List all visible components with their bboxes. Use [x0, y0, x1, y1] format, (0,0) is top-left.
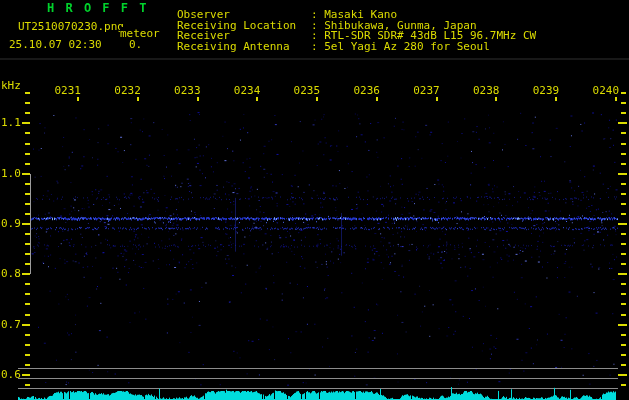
x-axis-tick: [376, 97, 378, 101]
y-axis-tick: [25, 203, 30, 205]
y-axis-tick-right: [621, 183, 626, 185]
x-axis-tick-label: 0234: [232, 84, 260, 97]
hrofft-window: H R O F F T UT2510070230.png meteor 25.1…: [0, 0, 629, 400]
y-axis-tick-right: [618, 374, 627, 376]
y-axis-tick: [25, 384, 30, 386]
x-axis-tick: [316, 97, 318, 101]
y-axis-tick-right: [621, 303, 626, 305]
y-axis-tick: [25, 243, 30, 245]
y-axis-tick-right: [621, 314, 626, 316]
y-axis-tick: [25, 293, 30, 295]
y-axis-tick-label: 1.1: [1, 116, 25, 129]
y-axis-tick: [25, 283, 30, 285]
x-axis-tick-label: 0232: [113, 84, 141, 97]
timestamp: 25.10.07 02:30: [9, 38, 102, 51]
y-axis-tick: [25, 183, 30, 185]
y-axis-tick-right: [621, 193, 626, 195]
x-axis-tick-label: 0239: [531, 84, 559, 97]
x-axis-tick-label: 0231: [53, 84, 81, 97]
y-axis-tick: [25, 364, 30, 366]
y-axis-tick-label: 0.8: [1, 267, 25, 280]
y-axis-tick-right: [621, 163, 626, 165]
x-axis-tick: [436, 97, 438, 101]
y-axis-tick-right: [621, 253, 626, 255]
y-axis-tick-right: [621, 143, 626, 145]
y-axis-tick-right: [621, 213, 626, 215]
y-axis-tick-label: 0.9: [1, 217, 25, 230]
x-axis-tick: [77, 97, 79, 101]
x-axis-tick-label: 0236: [352, 84, 380, 97]
x-axis-tick-label: 0233: [173, 84, 201, 97]
y-axis-tick-right: [621, 384, 626, 386]
x-axis-tick: [256, 97, 258, 101]
y-axis-tick: [25, 132, 30, 134]
y-axis-tick-right: [621, 243, 626, 245]
y-axis-tick: [25, 193, 30, 195]
y-axis-tick-label: 0.7: [1, 318, 25, 331]
y-axis-tick: [25, 334, 30, 336]
y-axis-tick-right: [621, 203, 626, 205]
y-axis-tick: [25, 213, 30, 215]
y-axis-tick-right: [618, 122, 627, 124]
y-axis-tick-right: [618, 173, 627, 175]
field-value-antenna: : 5el Yagi Az 280 for Seoul: [311, 40, 490, 53]
y-axis-tick: [25, 303, 30, 305]
y-axis-tick-right: [618, 324, 627, 326]
y-axis-tick-right: [618, 273, 627, 275]
y-axis-tick: [25, 92, 30, 94]
y-axis-tick-right: [618, 223, 627, 225]
x-axis-tick: [495, 97, 497, 101]
y-axis-tick-right: [621, 92, 626, 94]
x-axis-tick: [137, 97, 139, 101]
x-axis-tick-label: 0237: [412, 84, 440, 97]
y-axis-tick-right: [621, 283, 626, 285]
x-axis-tick: [197, 97, 199, 101]
y-axis-tick-label: 0.6: [1, 368, 25, 381]
y-axis-tick: [25, 263, 30, 265]
y-axis-unit-label: kHz: [1, 79, 21, 92]
y-axis-tick: [25, 344, 30, 346]
output-filename: UT2510070230.png: [18, 20, 124, 33]
y-axis-tick-right: [621, 334, 626, 336]
x-axis-tick: [555, 97, 557, 101]
x-axis-tick-label: 0240: [591, 84, 619, 97]
y-axis-tick-right: [621, 354, 626, 356]
y-axis-tick-right: [621, 263, 626, 265]
x-axis-tick-label: 0235: [292, 84, 320, 97]
y-axis-tick: [25, 112, 30, 114]
app-title: H R O F F T: [47, 2, 148, 15]
y-axis-tick-right: [621, 112, 626, 114]
y-axis-tick: [25, 233, 30, 235]
y-axis-tick: [25, 354, 30, 356]
y-axis-tick-right: [621, 293, 626, 295]
y-axis-tick-right: [621, 153, 626, 155]
y-axis-tick: [25, 163, 30, 165]
field-label-antenna: Receiving Antenna: [177, 40, 290, 53]
y-axis-tick: [25, 153, 30, 155]
y-axis-tick: [25, 143, 30, 145]
y-axis-tick-right: [621, 102, 626, 104]
x-axis-tick: [615, 97, 617, 101]
y-axis-tick-right: [621, 364, 626, 366]
x-axis-tick-label: 0238: [471, 84, 499, 97]
y-axis-tick-label: 1.0: [1, 167, 25, 180]
y-axis-tick: [25, 253, 30, 255]
spectrogram-canvas: [0, 0, 629, 400]
y-axis-tick: [25, 314, 30, 316]
y-axis-tick: [25, 102, 30, 104]
y-axis-tick-right: [621, 132, 626, 134]
y-axis-tick-right: [621, 344, 626, 346]
echo-count: 0.: [129, 38, 142, 51]
y-axis-tick-right: [621, 233, 626, 235]
